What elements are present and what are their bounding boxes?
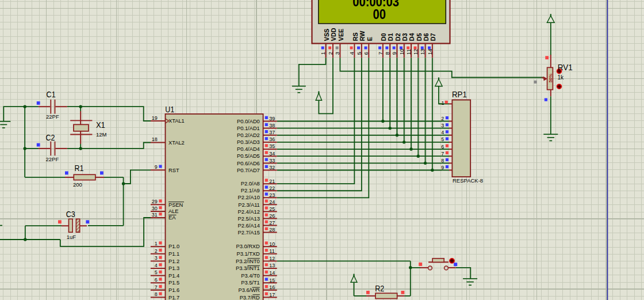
svg-text:C1: C1 [47,89,56,99]
svg-text:D6: D6 [423,33,430,41]
svg-text:P1.1: P1.1 [168,251,179,257]
svg-text:RESPACK-8: RESPACK-8 [453,177,483,184]
svg-text:38: 38 [269,123,275,128]
svg-text:P2.0/A8: P2.0/A8 [241,181,260,187]
svg-text:23: 23 [269,192,275,198]
svg-text:P2.6/A14: P2.6/A14 [238,223,260,229]
svg-text:32: 32 [269,165,275,170]
svg-text:11: 11 [269,248,274,254]
svg-text:17: 17 [269,292,275,298]
svg-text:D7: D7 [430,33,436,41]
svg-text:P2.7/A15: P2.7/A15 [238,230,260,236]
svg-text:16: 16 [269,284,275,290]
svg-text:5: 5 [356,52,362,55]
svg-text:E: E [366,37,373,41]
svg-text:2: 2 [327,52,334,55]
svg-text:P0.4/AD4: P0.4/AD4 [237,146,260,152]
svg-text:3: 3 [155,255,158,261]
svg-text:P2.2/A10: P2.2/A10 [238,195,260,200]
svg-text:4: 4 [155,263,158,268]
svg-text:26: 26 [269,213,275,219]
svg-text:18: 18 [152,136,158,142]
svg-text:RST: RST [168,168,179,173]
svg-text:4: 4 [348,52,355,55]
svg-text:P3.4/T0: P3.4/T0 [241,273,260,279]
svg-text:29: 29 [152,199,158,204]
svg-text:X1: X1 [96,120,105,130]
svg-text:25: 25 [269,206,275,212]
svg-text:22PF: 22PF [46,113,59,120]
svg-text:35: 35 [269,143,275,149]
svg-text:27: 27 [269,220,275,226]
svg-text:U1: U1 [165,104,174,114]
svg-text:P0.2/AD2: P0.2/AD2 [237,132,260,138]
svg-text:12M: 12M [96,131,107,138]
svg-text:R2: R2 [375,283,384,293]
svg-text:33: 33 [269,158,275,164]
svg-text:3: 3 [334,52,340,55]
svg-text:14: 14 [269,270,275,276]
svg-text:P1.0: P1.0 [168,244,179,249]
svg-text:3: 3 [441,123,444,128]
svg-text:P3.1/TXD: P3.1/TXD [236,251,260,257]
svg-text:P3.7/RD: P3.7/RD [240,295,260,300]
svg-text:P2.5/A13: P2.5/A13 [238,216,260,222]
svg-text:RW: RW [359,31,366,41]
svg-text:RS: RS [352,32,359,41]
svg-text:P0.0/AD0: P0.0/AD0 [237,119,260,124]
svg-text:P3.3/INT1: P3.3/INT1 [236,265,260,271]
svg-text:13: 13 [419,49,425,55]
svg-text:8: 8 [384,52,390,55]
svg-text:P2.1/A9: P2.1/A9 [241,188,260,193]
svg-text:C2: C2 [46,132,55,142]
svg-text:6: 6 [363,52,369,55]
svg-text:200: 200 [73,181,82,188]
svg-text:R1: R1 [74,163,83,173]
svg-text:VSS: VSS [323,29,330,41]
svg-text:D0: D0 [380,33,387,41]
svg-text:P1.5: P1.5 [168,280,179,286]
svg-text:00: 00 [373,6,385,22]
svg-text:P1.6: P1.6 [168,287,179,293]
svg-text:14: 14 [427,49,433,55]
svg-text:7: 7 [441,151,444,157]
svg-text:12: 12 [269,256,275,261]
svg-text:D1: D1 [387,33,394,41]
svg-text:2: 2 [155,248,158,254]
svg-text:1: 1 [320,52,326,55]
svg-text:P0.7/AD7: P0.7/AD7 [237,168,260,173]
svg-text:XTAL1: XTAL1 [168,118,185,124]
svg-text:P2.3/A11: P2.3/A11 [238,202,260,208]
svg-text:P3.6/WR: P3.6/WR [239,287,260,293]
svg-text:1uF: 1uF [67,234,76,240]
svg-text:P0.1/AD1: P0.1/AD1 [237,126,260,131]
svg-text:13: 13 [269,263,275,268]
svg-text:D4: D4 [408,33,415,41]
svg-text:9: 9 [155,164,158,170]
svg-text:22: 22 [269,185,275,191]
svg-text:8: 8 [441,158,444,164]
svg-text:34: 34 [269,151,275,157]
svg-text:1k: 1k [558,74,565,81]
svg-text:RP1: RP1 [452,89,467,99]
svg-text:12: 12 [412,49,419,55]
svg-text:XTAL2: XTAL2 [168,140,185,146]
svg-text:36: 36 [269,136,275,142]
svg-text:4: 4 [441,130,444,135]
svg-text:D2: D2 [394,33,401,41]
svg-text:2: 2 [441,116,444,121]
svg-text:P1.7: P1.7 [168,295,179,300]
svg-text:28: 28 [269,227,275,233]
svg-text:31: 31 [152,212,158,218]
svg-text:9: 9 [391,52,397,55]
svg-text:P2.4/A12: P2.4/A12 [238,209,260,215]
svg-text:P3.0/RXD: P3.0/RXD [236,244,260,249]
svg-text:EA: EA [168,215,176,221]
svg-text:19: 19 [152,115,158,121]
svg-text:6: 6 [155,277,158,283]
svg-text:D5: D5 [416,33,423,41]
svg-text:P3.5/T1: P3.5/T1 [241,280,260,286]
svg-text:50%: 50% [548,74,553,82]
svg-text:15: 15 [269,278,275,283]
svg-text:P1.3: P1.3 [168,265,179,271]
